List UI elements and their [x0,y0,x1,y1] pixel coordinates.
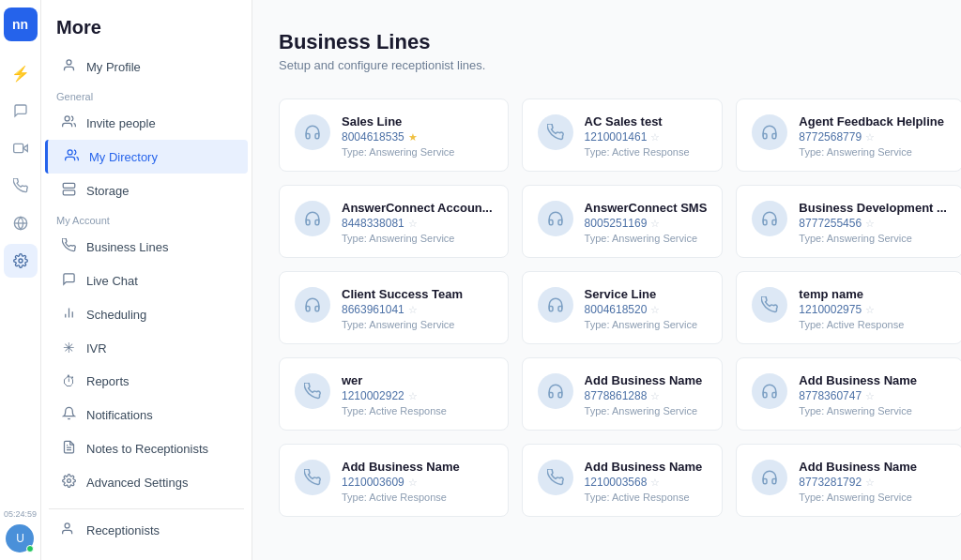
sidebar-item-notifications[interactable]: Notifications [45,398,248,431]
sidebar-item-live-chat[interactable]: Live Chat [45,264,248,297]
star-icon[interactable]: ☆ [650,131,660,144]
business-line-card[interactable]: AnswerConnect SMS 8005251169 ☆ Type: Ans… [522,185,724,258]
business-line-card[interactable]: Add Business Name 8778360747 ☆ Type: Ans… [736,357,961,431]
business-line-card[interactable]: Add Business Name 8778861288 ☆ Type: Ans… [522,357,724,431]
card-name: Add Business Name [342,460,493,474]
business-line-card[interactable]: wer 1210002922 ☆ Type: Active Response [279,357,509,431]
card-info: wer 1210002922 ☆ Type: Active Response [342,373,493,416]
star-icon[interactable]: ☆ [650,390,660,402]
sidebar-item-notes-to-receptionists[interactable]: Notes to Receptionists [45,431,248,465]
invite-icon [60,114,77,131]
ivr-icon: ✳ [60,340,77,356]
phone-icon[interactable] [4,169,38,203]
svg-marker-0 [23,145,27,152]
star-icon[interactable]: ☆ [408,218,418,230]
card-icon [752,373,787,409]
star-icon[interactable]: ☆ [650,304,660,316]
card-type: Type: Active Response [585,146,708,158]
card-name: Business Development ... [799,201,947,215]
card-info: Add Business Name 8778861288 ☆ Type: Ans… [585,373,708,416]
business-line-card[interactable]: Client Success Team 8663961041 ☆ Type: A… [279,271,509,344]
business-line-card[interactable]: Add Business Name 8773281792 ☆ Type: Ans… [736,444,961,517]
card-info: AnswerConnect SMS 8005251169 ☆ Type: Ans… [585,201,708,244]
rail-bottom: 05:24:59 U [4,509,37,552]
star-icon[interactable]: ☆ [408,477,418,489]
star-icon[interactable]: ☆ [650,477,660,489]
card-number: 1210003568 ☆ [585,476,708,489]
card-number: 8778861288 ☆ [585,389,708,402]
sidebar-item-scheduling[interactable]: Scheduling [45,297,248,331]
sidebar: More My Profile General Invite people My… [41,0,252,560]
sidebar-item-label: Storage [86,184,130,198]
star-icon[interactable]: ☆ [408,390,418,402]
card-info: Add Business Name 8778360747 ☆ Type: Ans… [799,373,947,416]
card-info: Client Success Team 8663961041 ☆ Type: A… [342,287,493,330]
sidebar-item-receptionists[interactable]: Receptionists [45,513,248,547]
card-icon [538,373,573,409]
card-icon [538,460,573,495]
business-lines-grid: Sales Line 8004618535 ★ Type: Answering … [279,98,935,517]
card-icon [752,114,787,150]
card-number: 1210001461 ☆ [585,130,708,144]
sidebar-item-reports[interactable]: ⏱ Reports [45,365,248,398]
star-icon[interactable]: ★ [408,131,418,144]
star-icon[interactable]: ☆ [865,304,875,316]
sidebar-item-my-profile[interactable]: My Profile [45,50,248,83]
sidebar-item-label: Invite people [86,116,156,130]
sidebar-item-my-directory[interactable]: My Directory [45,140,248,174]
star-icon[interactable]: ☆ [865,390,875,402]
star-icon[interactable]: ☆ [865,218,875,230]
app-logo[interactable]: nn [4,8,38,41]
card-name: temp name [799,287,947,301]
user-avatar[interactable]: U [6,524,34,552]
business-line-card[interactable]: temp name 1210002975 ☆ Type: Active Resp… [736,271,961,344]
star-icon[interactable]: ☆ [865,477,875,489]
card-type: Type: Answering Service [585,405,708,416]
card-info: Business Development ... 8777255456 ☆ Ty… [799,201,947,244]
business-line-card[interactable]: AC Sales test 1210001461 ☆ Type: Active … [522,98,724,172]
business-line-card[interactable]: Service Line 8004618520 ☆ Type: Answerin… [522,271,724,344]
card-number: 8448338081 ☆ [342,217,493,230]
card-icon [538,287,573,323]
svg-rect-8 [63,183,75,188]
svg-point-17 [67,479,70,483]
card-name: Sales Line [342,114,493,129]
card-number: 1210002975 ☆ [799,303,947,316]
star-icon[interactable]: ☆ [865,131,875,144]
sidebar-item-label: My Directory [89,150,158,164]
card-icon [295,201,330,236]
card-icon [295,114,330,150]
lightning-icon[interactable]: ⚡ [4,56,38,90]
receptionists-icon [60,522,77,538]
star-icon[interactable]: ☆ [650,218,660,230]
svg-point-5 [67,60,71,65]
sidebar-item-invite-people[interactable]: Invite people [45,106,248,140]
business-line-card[interactable]: Business Development ... 8777255456 ☆ Ty… [736,185,961,258]
star-icon[interactable]: ☆ [408,304,418,316]
gear-icon[interactable] [4,244,38,278]
card-type: Type: Answering Service [585,233,708,244]
sidebar-item-business-lines[interactable]: Business Lines [45,230,248,264]
sidebar-item-ivr[interactable]: ✳ IVR [45,331,248,365]
business-line-card[interactable]: Agent Feedback Helpline 8772568779 ☆ Typ… [736,98,961,172]
card-type: Type: Answering Service [799,405,947,416]
sidebar-item-label: Scheduling [86,308,146,322]
video-icon[interactable] [4,131,38,165]
sidebar-item-label: Notifications [86,408,153,422]
card-type: Type: Active Response [342,405,493,416]
business-line-card[interactable]: Sales Line 8004618535 ★ Type: Answering … [279,98,509,172]
business-line-card[interactable]: Add Business Name 1210003568 ☆ Type: Act… [522,444,724,517]
card-icon [538,114,573,150]
sidebar-item-advanced-settings[interactable]: Advanced Settings [45,465,248,499]
card-info: temp name 1210002975 ☆ Type: Active Resp… [799,287,947,330]
card-name: AnswerConnect SMS [585,201,708,215]
card-type: Type: Active Response [799,319,947,330]
business-line-card[interactable]: AnswerConnect Accoun... 8448338081 ☆ Typ… [279,185,509,258]
page-subtitle: Setup and configure receptionist lines. [279,58,935,72]
business-line-card[interactable]: Add Business Name 1210003609 ☆ Type: Act… [279,444,509,517]
account-section-label: My Account [41,207,252,230]
chat-icon[interactable] [4,94,38,128]
card-number: 1210003609 ☆ [342,476,493,489]
globe-icon[interactable] [4,206,38,240]
sidebar-item-storage[interactable]: Storage [45,174,248,207]
